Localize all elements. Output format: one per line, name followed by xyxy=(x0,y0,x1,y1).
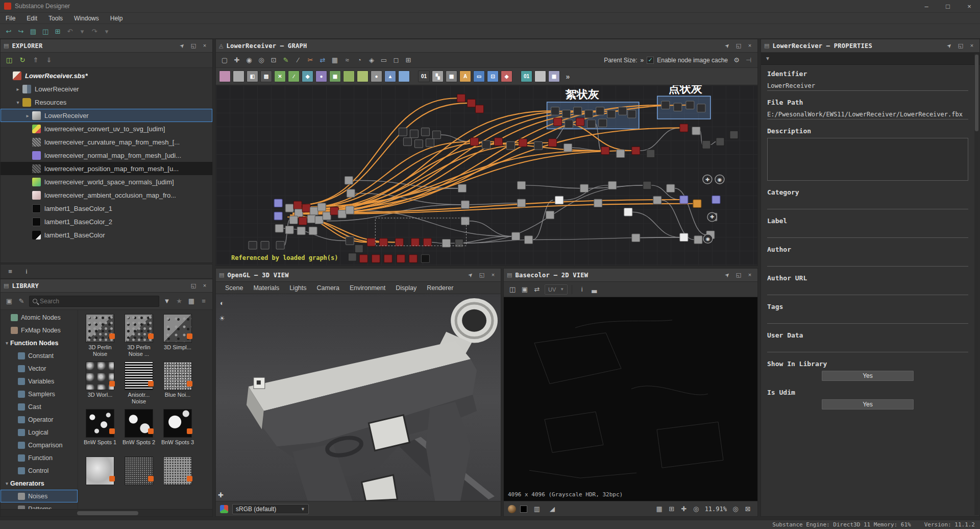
uv-dropdown[interactable]: UV ▼ xyxy=(545,284,568,295)
graph-node[interactable] xyxy=(599,119,607,127)
comment-icon[interactable]: ◻ xyxy=(390,55,402,66)
file-path-input[interactable]: E:/PwesonalWork/EWS11/LowerReceiver/Lowe… xyxy=(767,109,968,119)
expand-arrow-icon[interactable]: ▸ xyxy=(14,86,21,92)
close-icon[interactable]: × xyxy=(200,282,209,289)
filter-icon[interactable]: ▼ xyxy=(161,296,173,307)
picker-icon[interactable]: ◢ xyxy=(547,503,558,515)
float-icon[interactable]: ◱ xyxy=(956,42,965,49)
library-node-thumbnail[interactable]: BnW Spots 2 xyxy=(122,409,156,452)
menu-scene[interactable]: Scene xyxy=(220,284,248,292)
menu-display[interactable]: Display xyxy=(390,284,422,292)
expand-arrow-icon[interactable]: ▾ xyxy=(14,100,21,105)
library-category-function-nodes[interactable]: ▾Function Nodes xyxy=(1,336,78,349)
menu-tools[interactable]: Tools xyxy=(43,13,68,23)
blend-node[interactable] xyxy=(233,70,244,82)
grid-icon[interactable]: ⊞ xyxy=(403,55,414,66)
menu-edit[interactable]: Edit xyxy=(21,13,43,23)
channels-icon[interactable]: ▥ xyxy=(531,503,543,515)
lock-icon[interactable]: ⊠ xyxy=(742,503,753,515)
expand-arrow-icon[interactable]: ▾ xyxy=(4,341,10,346)
parent-size-more[interactable]: » xyxy=(641,57,644,64)
graph-node[interactable] xyxy=(442,239,450,248)
levels-node[interactable]: ◧ xyxy=(247,70,258,82)
graph-node[interactable] xyxy=(680,196,688,204)
graph-node[interactable] xyxy=(426,139,434,147)
scrollbar-thumb[interactable] xyxy=(975,55,978,131)
graph-node[interactable] xyxy=(323,212,331,220)
gizmo-icon[interactable]: ✚ xyxy=(218,491,224,499)
library-node-thumbnail[interactable] xyxy=(83,456,117,500)
library-category-atomic-nodes[interactable]: Atomic Nodes xyxy=(1,311,78,324)
close-icon[interactable]: × xyxy=(200,42,209,49)
graph-node[interactable] xyxy=(525,236,533,244)
menu-windows[interactable]: Windows xyxy=(68,13,105,23)
zoom-reset-icon[interactable]: ◎ xyxy=(730,503,741,515)
library-category-generators[interactable]: ▾Generators xyxy=(1,477,78,490)
colorspace-dropdown[interactable]: sRGB (default) ▼ xyxy=(232,504,309,514)
layout-icon[interactable]: ▦ xyxy=(329,55,340,66)
description-input[interactable] xyxy=(767,138,968,181)
list-view-icon[interactable]: ≡ xyxy=(198,296,209,307)
graph-node[interactable] xyxy=(495,138,503,146)
graph-node[interactable] xyxy=(317,203,326,211)
save-all-icon[interactable]: ⊞ xyxy=(52,26,63,37)
graph-node[interactable] xyxy=(647,150,655,158)
droplet-node[interactable]: ◆ xyxy=(302,70,313,82)
graph-node[interactable] xyxy=(347,189,355,198)
graph-node[interactable] xyxy=(608,181,617,189)
graph-node[interactable] xyxy=(423,238,431,247)
pin-icon[interactable]: ➤ xyxy=(465,270,476,281)
float-icon[interactable]: ◱ xyxy=(189,42,198,49)
graph-node[interactable] xyxy=(330,207,338,215)
info-icon[interactable]: i xyxy=(576,284,587,295)
library-category-fxmap-nodes[interactable]: FxMap Nodes xyxy=(1,324,78,336)
graph-node[interactable] xyxy=(632,147,640,155)
show-in-library-button[interactable]: Yes xyxy=(822,371,914,381)
graph-node[interactable] xyxy=(549,139,557,147)
graph-node[interactable] xyxy=(562,110,571,118)
graph-node[interactable] xyxy=(518,181,526,189)
graph-node[interactable] xyxy=(432,131,440,139)
grid-view-icon[interactable]: ▦ xyxy=(186,296,197,307)
import-icon[interactable]: ⇑ xyxy=(30,55,41,66)
display-options-icon[interactable]: ◐ xyxy=(216,297,228,308)
graph-node[interactable] xyxy=(297,227,305,235)
graph-node[interactable] xyxy=(674,103,682,111)
tiling-icon[interactable]: ▦ xyxy=(654,503,665,515)
zoom-icon[interactable]: ◎ xyxy=(256,55,267,66)
float-icon[interactable]: ◱ xyxy=(734,272,743,278)
explorer-item[interactable]: ▾Resources xyxy=(1,95,212,109)
graph-node[interactable] xyxy=(624,208,632,217)
triangle-node[interactable]: ▲ xyxy=(384,70,396,82)
wire[interactable] xyxy=(431,242,442,243)
purple-grid-node[interactable]: ▦ xyxy=(548,70,560,82)
snap-icon[interactable]: ≈ xyxy=(341,55,353,66)
graph-node[interactable] xyxy=(421,255,429,263)
menu-renderer[interactable]: Renderer xyxy=(422,284,458,292)
light-icon[interactable]: ☀ xyxy=(216,312,228,324)
graph-node[interactable] xyxy=(355,245,363,253)
save-icon[interactable]: ◫ xyxy=(507,284,518,295)
pixel-ratio-icon[interactable]: ◎ xyxy=(691,503,702,515)
explorer-item[interactable]: lowerreceiver_convert_uv_to_svg_[udim] xyxy=(1,122,212,135)
graph-node[interactable] xyxy=(596,107,604,115)
library-category-operator[interactable]: Operator xyxy=(1,413,78,426)
menu-file[interactable]: File xyxy=(0,13,21,23)
graph-node[interactable] xyxy=(249,241,257,249)
zero-one-node[interactable]: 01 xyxy=(418,70,430,82)
library-node-thumbnail[interactable]: BnW Spots 1 xyxy=(83,409,117,452)
horizontal-scrollbar[interactable] xyxy=(1,509,212,516)
library-category-noises[interactable]: Noises xyxy=(1,490,78,502)
frame-icon[interactable]: ▭ xyxy=(378,55,389,66)
highlighted-wire[interactable] xyxy=(303,142,519,210)
explorer-item[interactable]: lowerreceiver_world_space_normals_[udim] xyxy=(1,175,212,188)
graph-node[interactable] xyxy=(702,141,710,149)
graph-node[interactable] xyxy=(367,238,375,247)
svg-node[interactable]: ▭ xyxy=(473,70,485,82)
graph-node[interactable] xyxy=(601,147,609,155)
library-node-thumbnail[interactable]: 3D Simpl... xyxy=(161,314,194,357)
library-category-samplers[interactable]: Samplers xyxy=(1,388,78,400)
tile-node[interactable]: ▦ xyxy=(329,70,341,82)
library-category-patterns[interactable]: Patterns xyxy=(1,502,78,509)
cloud-node[interactable] xyxy=(398,70,410,82)
